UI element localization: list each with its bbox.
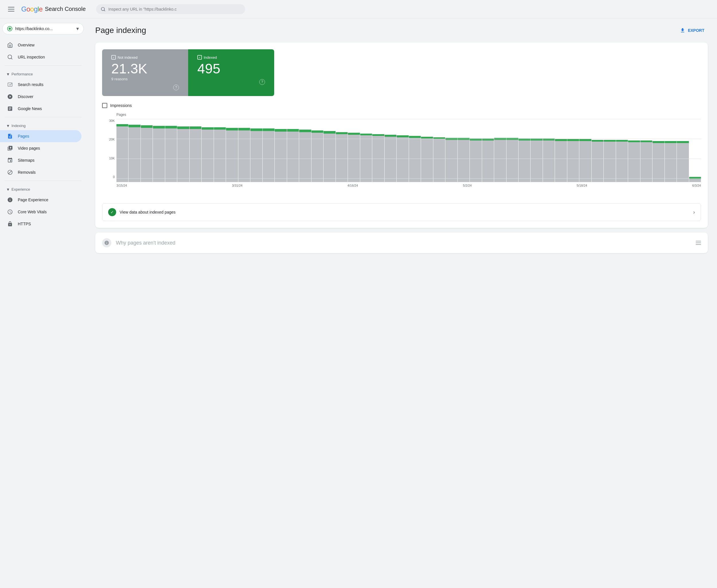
sidebar-item-video-pages[interactable]: Video pages — [0, 142, 81, 154]
impressions-checkbox[interactable] — [102, 103, 107, 108]
sidebar-item-page-experience[interactable]: Page Experience — [0, 194, 81, 206]
bar-group — [165, 119, 177, 182]
sidebar-item-google-news[interactable]: Google News — [0, 103, 81, 115]
bar-green — [494, 138, 506, 140]
bar-gray — [421, 139, 433, 182]
bar-gray — [653, 143, 664, 182]
sidebar-item-removals[interactable]: Removals — [0, 166, 81, 178]
bar-green — [299, 130, 311, 132]
bar-gray — [385, 137, 396, 182]
main-content: Page indexing EXPORT ✓ Not indexed 21.3K… — [86, 18, 717, 588]
bar-green — [677, 141, 689, 143]
experience-section-header[interactable]: ▾ Experience — [0, 183, 86, 194]
bar-group — [592, 119, 603, 182]
bar-group — [518, 119, 530, 182]
page-header: Page indexing EXPORT — [95, 25, 708, 36]
x-axis-label-5: 5/18/24 — [577, 184, 587, 187]
bar-group — [177, 119, 189, 182]
not-indexed-label: Not indexed — [118, 55, 137, 60]
not-indexed-box[interactable]: ✓ Not indexed 21.3K 9 reasons ? — [102, 49, 188, 96]
bar-green — [409, 136, 421, 138]
bar-group — [604, 119, 615, 182]
why-pages-card[interactable]: Why pages aren't indexed — [95, 232, 708, 253]
sidebar-divider-3 — [5, 181, 81, 181]
home-icon — [7, 42, 13, 48]
sidebar-item-search-results-label: Search results — [18, 82, 43, 87]
sidebar-item-url-inspection[interactable]: URL inspection — [0, 51, 81, 63]
bar-gray — [165, 128, 177, 182]
bar-gray — [665, 143, 677, 182]
bar-group — [543, 119, 555, 182]
site-selector[interactable]: https://backlinko.co... ▾ — [2, 23, 84, 35]
bar-green — [421, 137, 433, 139]
green-check-circle-icon: ✓ — [108, 208, 116, 216]
bar-green — [531, 139, 542, 141]
bar-group — [226, 119, 238, 182]
bar-gray — [372, 136, 384, 182]
bar-group — [567, 119, 579, 182]
indexed-box[interactable]: ✓ Indexed 495 ? — [188, 49, 274, 96]
bar-group — [433, 119, 445, 182]
indexed-footer: ? — [197, 79, 265, 85]
sidebar-item-https[interactable]: HTTPS — [0, 218, 81, 230]
removals-icon — [7, 169, 13, 175]
stats-row: ✓ Not indexed 21.3K 9 reasons ? ✓ Indexe… — [102, 49, 274, 96]
url-search-bar[interactable] — [96, 4, 245, 14]
x-axis-label-2: 3/31/24 — [232, 184, 243, 187]
bar-group — [640, 119, 652, 182]
bar-gray — [409, 138, 421, 182]
bar-green — [153, 126, 165, 128]
bar-group — [579, 119, 591, 182]
svg-line-3 — [11, 58, 12, 59]
bar-gray — [336, 134, 348, 182]
pages-icon — [7, 133, 13, 139]
sidebar-item-discover[interactable]: Discover — [0, 90, 81, 103]
export-button[interactable]: EXPORT — [676, 25, 708, 36]
why-pages-label: Why pages aren't indexed — [116, 240, 691, 246]
chevron-right-icon: › — [693, 209, 695, 215]
sidebar-item-overview[interactable]: Overview — [0, 39, 81, 51]
sidebar-item-search-results[interactable]: Search results — [0, 79, 81, 90]
sidebar-item-pages[interactable]: Pages — [0, 130, 81, 142]
indexed-help-icon[interactable]: ? — [259, 79, 265, 85]
https-icon — [7, 221, 13, 227]
view-data-link[interactable]: ✓ View data about indexed pages › — [102, 203, 701, 221]
bar-gray — [263, 131, 274, 182]
info-icon — [102, 238, 111, 247]
performance-section-header[interactable]: ▾ Performance — [0, 68, 86, 79]
not-indexed-footer: ? — [111, 85, 179, 90]
bar-gray — [177, 129, 189, 182]
bar-green — [433, 137, 445, 139]
bar-gray — [141, 128, 152, 182]
sidebar-item-removals-label: Removals — [18, 170, 36, 174]
not-indexed-help-icon[interactable]: ? — [173, 85, 179, 90]
svg-line-1 — [104, 10, 105, 11]
url-search-input[interactable] — [108, 7, 241, 12]
y-axis-0: 0 — [103, 175, 115, 178]
bar-group — [677, 119, 689, 182]
bar-green — [372, 134, 384, 136]
sidebar-item-core-web-vitals[interactable]: Core Web Vitals — [0, 206, 81, 218]
bar-group — [311, 119, 323, 182]
chart-y-label: Pages — [117, 113, 701, 117]
bar-gray — [397, 137, 408, 182]
bar-green — [324, 131, 335, 133]
bar-green — [567, 139, 579, 141]
sidebar-item-sitemaps[interactable]: Sitemaps — [0, 154, 81, 166]
indexed-label: Indexed — [204, 55, 217, 60]
app-name: Search Console — [45, 6, 85, 12]
bar-gray — [348, 135, 360, 182]
sidebar-item-google-news-label: Google News — [18, 106, 42, 111]
hamburger-menu-icon[interactable] — [6, 5, 17, 14]
indexing-section-header[interactable]: ▾ Indexing — [0, 120, 86, 130]
bar-gray — [543, 141, 555, 182]
google-logo: Google — [21, 5, 42, 13]
bar-group — [482, 119, 494, 182]
core-web-vitals-icon — [7, 209, 13, 215]
bar-group — [263, 119, 274, 182]
bar-green — [640, 141, 652, 143]
bar-green — [555, 139, 567, 141]
sidebar-item-discover-label: Discover — [18, 94, 33, 99]
url-inspection-icon — [7, 54, 13, 60]
bar-green — [128, 125, 140, 127]
